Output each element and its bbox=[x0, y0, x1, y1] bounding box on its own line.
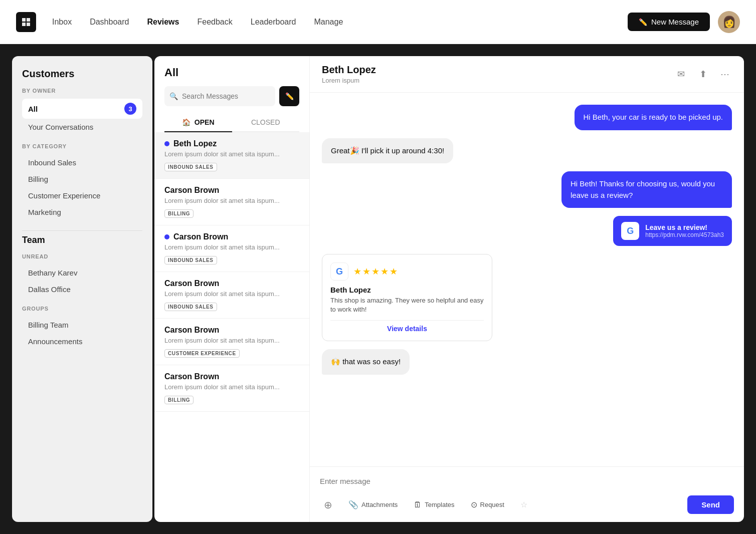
middle-title: All bbox=[164, 66, 299, 79]
sidebar-item-customer-experience[interactable]: Customer Experience bbox=[22, 187, 142, 204]
conv-preview-2: Lorem ipsum dolor sit amet sita ispum... bbox=[164, 243, 299, 251]
conv-tag-1: BILLING bbox=[164, 209, 194, 218]
sidebar-divider bbox=[22, 230, 142, 231]
send-button[interactable]: Send bbox=[687, 495, 734, 514]
templates-icon: 🗓 bbox=[414, 500, 422, 509]
by-category-label: BY CATEGORY bbox=[22, 143, 142, 149]
conv-preview-1: Lorem ipsum dolor sit amet sita ispum... bbox=[164, 197, 299, 204]
middle-panel: All 🔍 ✏️ 🏠 OPEN CLOSED bbox=[154, 56, 310, 522]
sidebar-item-billing[interactable]: Billing bbox=[22, 171, 142, 187]
message-link-card: G Leave us a review! https://pdm.rvw.com… bbox=[613, 216, 732, 246]
compose-button[interactable]: ✏️ bbox=[279, 86, 299, 106]
top-nav: Inbox Dashboard Reviews Feedback Leaderb… bbox=[0, 0, 756, 44]
message-0: Hi Beth, your car is ready to be picked … bbox=[575, 105, 732, 130]
new-message-button[interactable]: ✏️ New Message bbox=[628, 13, 710, 31]
conv-item-1[interactable]: Carson Brown Lorem ipsum dolor sit amet … bbox=[154, 179, 309, 225]
all-badge: 3 bbox=[124, 103, 136, 115]
message-1: Great🎉 I'll pick it up around 4:30! bbox=[322, 138, 453, 164]
sidebar: Customers BY OWNER All 3 Your Conversati… bbox=[12, 56, 152, 522]
chat-subtitle: Lorem ispum bbox=[322, 77, 376, 84]
review-stars: ★★★★★ bbox=[353, 266, 399, 277]
view-details-link[interactable]: View details bbox=[330, 320, 484, 333]
nav-right: ✏️ New Message 👩 bbox=[628, 11, 740, 33]
message-2: Hi Beth! Thanks for choosing us, would y… bbox=[561, 171, 732, 208]
review-card: G ★★★★★ Beth Lopez This shop is amazing.… bbox=[322, 254, 492, 341]
conv-name-1: Carson Brown bbox=[164, 186, 299, 195]
nav-dashboard[interactable]: Dashboard bbox=[90, 18, 129, 27]
add-button[interactable]: ⊕ bbox=[320, 497, 336, 513]
unread-label: UNREAD bbox=[22, 253, 142, 259]
conv-item-4[interactable]: Carson Brown Lorem ipsum dolor sit amet … bbox=[154, 319, 309, 365]
message-input[interactable] bbox=[320, 473, 734, 489]
chat-header-info: Beth Lopez Lorem ispum bbox=[322, 64, 376, 84]
conv-name-0: Beth Lopez bbox=[164, 139, 299, 148]
google-link-icon: G bbox=[621, 222, 639, 240]
nav-leaderboard[interactable]: Leaderboard bbox=[251, 18, 296, 27]
search-row: 🔍 ✏️ bbox=[164, 86, 299, 106]
review-text: This shop is amazing. They were so helpf… bbox=[330, 296, 484, 314]
search-input[interactable] bbox=[182, 92, 270, 100]
sidebar-item-your-conversations[interactable]: Your Conversations bbox=[22, 119, 142, 135]
tab-closed[interactable]: CLOSED bbox=[232, 113, 300, 132]
conv-tag-2: INBOUND SALES bbox=[164, 256, 217, 264]
conv-item-2[interactable]: Carson Brown Lorem ipsum dolor sit amet … bbox=[154, 225, 309, 272]
add-icon: ⊕ bbox=[324, 499, 332, 511]
nav-inbox[interactable]: Inbox bbox=[52, 18, 72, 27]
email-icon[interactable]: ✉ bbox=[674, 67, 688, 81]
groups-label: GROUPS bbox=[22, 306, 142, 312]
star-icon: ☆ bbox=[520, 500, 527, 509]
nav-feedback[interactable]: Feedback bbox=[197, 18, 232, 27]
conv-item-3[interactable]: Carson Brown Lorem ipsum dolor sit amet … bbox=[154, 272, 309, 319]
attachments-button[interactable]: 📎 Attachments bbox=[344, 498, 402, 511]
conv-name-2: Carson Brown bbox=[164, 232, 299, 241]
unread-dot-0 bbox=[164, 141, 169, 146]
sidebar-item-marketing[interactable]: Marketing bbox=[22, 204, 142, 220]
sidebar-item-dallas-office[interactable]: Dallas Office bbox=[22, 281, 142, 298]
conv-item-5[interactable]: Carson Brown Lorem ipsum dolor sit amet … bbox=[154, 365, 309, 412]
request-icon: ⊙ bbox=[471, 500, 477, 509]
message-5: 🙌 that was so easy! bbox=[322, 349, 410, 375]
conv-tag-0: INBOUND SALES bbox=[164, 163, 217, 171]
middle-header: All 🔍 ✏️ 🏠 OPEN CLOSED bbox=[154, 56, 309, 132]
app-logo bbox=[16, 12, 36, 32]
nav-manage[interactable]: Manage bbox=[314, 18, 343, 27]
templates-button[interactable]: 🗓 Templates bbox=[410, 498, 458, 511]
sidebar-customers-title: Customers bbox=[22, 68, 142, 80]
review-author: Beth Lopez bbox=[330, 286, 484, 294]
conv-tag-3: INBOUND SALES bbox=[164, 303, 217, 311]
conv-name-3: Carson Brown bbox=[164, 279, 299, 288]
search-icon: 🔍 bbox=[169, 92, 178, 100]
google-review-icon: G bbox=[330, 262, 348, 281]
sidebar-item-bethany-karev[interactable]: Bethany Karev bbox=[22, 264, 142, 281]
search-bar: 🔍 bbox=[164, 86, 275, 106]
sidebar-item-billing-team[interactable]: Billing Team bbox=[22, 317, 142, 333]
tab-open[interactable]: 🏠 OPEN bbox=[164, 113, 232, 132]
conv-item-0[interactable]: Beth Lopez Lorem ipsum dolor sit amet si… bbox=[154, 132, 309, 179]
request-button[interactable]: ⊙ Request bbox=[467, 498, 508, 511]
messages-area: Hi Beth, your car is ready to be picked … bbox=[310, 93, 744, 466]
team-title: Team bbox=[22, 235, 142, 245]
share-icon[interactable]: ⬆ bbox=[696, 67, 710, 81]
by-owner-label: BY OWNER bbox=[22, 88, 142, 94]
link-url: https://pdm.rvw.com/4573ah3 bbox=[645, 231, 724, 238]
user-avatar[interactable]: 👩 bbox=[718, 11, 740, 33]
tabs-row: 🏠 OPEN CLOSED bbox=[164, 113, 299, 132]
paperclip-icon: 📎 bbox=[348, 500, 358, 509]
star-button[interactable]: ☆ bbox=[516, 498, 531, 511]
conv-name-4: Carson Brown bbox=[164, 326, 299, 335]
link-title: Leave us a review! bbox=[645, 223, 724, 231]
chat-contact-name: Beth Lopez bbox=[322, 64, 376, 76]
more-options-icon[interactable]: ⋯ bbox=[718, 67, 732, 81]
sidebar-item-inbound-sales[interactable]: Inbound Sales bbox=[22, 154, 142, 171]
input-toolbar: ⊕ 📎 Attachments 🗓 Templates ⊙ Request ☆ bbox=[320, 495, 734, 514]
conversation-list: Beth Lopez Lorem ipsum dolor sit amet si… bbox=[154, 132, 309, 522]
sidebar-item-announcements[interactable]: Announcements bbox=[22, 333, 142, 350]
conv-name-5: Carson Brown bbox=[164, 372, 299, 381]
pencil-icon: ✏️ bbox=[639, 18, 647, 26]
chat-header: Beth Lopez Lorem ispum ✉ ⬆ ⋯ bbox=[310, 56, 744, 93]
sidebar-item-all[interactable]: All 3 bbox=[22, 99, 142, 119]
conv-tag-4: CUSTOMER EXPERIENCE bbox=[164, 349, 240, 358]
unread-dot-2 bbox=[164, 234, 169, 239]
nav-reviews[interactable]: Reviews bbox=[147, 18, 179, 27]
nav-links: Inbox Dashboard Reviews Feedback Leaderb… bbox=[52, 18, 628, 27]
